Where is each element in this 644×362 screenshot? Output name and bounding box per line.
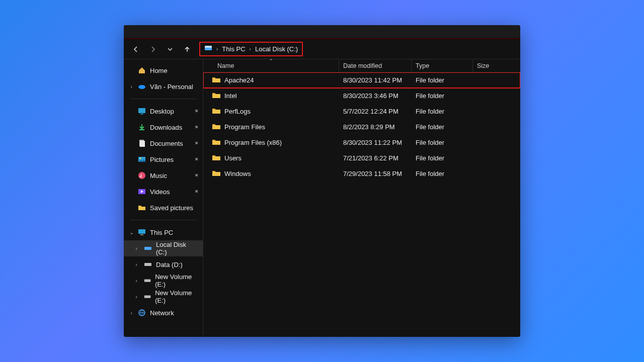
sidebar-item-new-volume-e-1[interactable]: › New Volume (E:) [124,273,203,289]
table-row[interactable]: Windows7/29/2023 11:58 PMFile folder [203,166,520,182]
file-name: Users [224,154,242,162]
svg-point-8 [140,158,141,159]
file-name: Intel [224,92,237,100]
file-name: Windows [224,170,251,177]
table-row[interactable]: Program Files8/2/2023 8:29 PMFile folder [203,119,520,135]
table-row[interactable]: Program Files (x86)8/30/2023 11:22 PMFil… [203,135,520,150]
sidebar-item-label: Data (D:) [156,261,183,268]
table-row[interactable]: PerfLogs5/7/2022 12:24 PMFile folder [203,104,520,119]
breadcrumb[interactable]: › This PC › Local Disk (C:) [199,42,303,56]
svg-rect-11 [138,229,145,234]
chevron-right-icon[interactable]: › [133,245,140,251]
file-date: 8/2/2023 8:29 PM [339,123,412,131]
sidebar-item-label: This PC [150,229,173,236]
drive-icon [144,244,152,252]
desktop-icon [138,107,146,115]
chevron-right-icon[interactable]: › [133,294,140,300]
chevron-right-icon[interactable]: › [133,261,140,267]
svg-rect-3 [138,108,145,113]
chevron-right-icon: › [249,46,252,52]
svg-point-9 [138,172,145,179]
svg-rect-1 [205,46,212,48]
file-type: File folder [412,154,473,162]
pictures-icon [138,155,146,163]
sidebar-item-pictures[interactable]: Pictures ✦ [124,151,203,167]
file-date: 7/29/2023 11:58 PM [339,170,412,177]
folder-icon [212,76,220,84]
svg-rect-15 [144,279,150,282]
folder-icon [212,169,220,178]
titlebar[interactable] [124,25,520,39]
folder-icon [212,123,220,131]
sidebar-item-this-pc[interactable]: ⌄ This PC [124,224,203,240]
sort-ascending-icon: ⌃ [269,58,273,63]
sidebar-item-label: Desktop [150,108,174,115]
file-name: Program Files [224,123,265,131]
pin-icon: ✦ [192,123,201,132]
recent-dropdown[interactable] [163,42,177,56]
file-name: PerfLogs [224,108,251,115]
sidebar-item-desktop[interactable]: Desktop ✦ [124,103,203,119]
file-name: Apache24 [224,76,254,84]
file-date: 8/30/2023 3:46 PM [339,92,412,100]
documents-icon [138,139,146,147]
chevron-right-icon[interactable]: › [128,83,135,89]
svg-point-2 [138,85,145,89]
chevron-right-icon[interactable]: › [128,310,135,316]
column-header-name[interactable]: ⌃ Name [203,59,339,72]
sidebar-item-documents[interactable]: Documents ✦ [124,135,203,151]
sidebar-item-videos[interactable]: Videos ✦ [124,184,203,200]
music-icon [138,171,146,179]
pin-icon: ✦ [192,155,201,164]
file-type: File folder [412,76,473,84]
sidebar-item-label: Saved pictures [150,204,193,212]
drive-icon [204,44,212,54]
table-row[interactable]: Users7/21/2023 6:22 PMFile folder [203,150,520,166]
file-date: 5/7/2022 12:24 PM [339,108,412,115]
sidebar-item-personal[interactable]: › Văn - Personal [124,78,203,95]
column-header-date[interactable]: Date modified [339,59,412,72]
up-button[interactable] [180,42,194,56]
sidebar-item-home[interactable]: Home [124,62,203,78]
sidebar-item-label: Music [150,172,167,179]
sidebar-item-data-d[interactable]: › Data (D:) [124,256,203,273]
file-type: File folder [412,108,473,115]
file-type: File folder [412,139,473,146]
breadcrumb-this-pc[interactable]: This PC [222,45,245,53]
sidebar-item-network[interactable]: › Network [124,305,203,321]
onedrive-icon [138,82,146,90]
file-date: 8/30/2023 11:42 PM [339,76,412,84]
folder-icon [212,154,220,162]
sidebar-item-local-disk-c[interactable]: › Local Disk (C:) [124,240,203,256]
breadcrumb-local-disk-c[interactable]: Local Disk (C:) [255,45,298,53]
back-button[interactable] [129,42,143,56]
table-row[interactable]: Apache248/30/2023 11:42 PMFile folder [203,72,520,88]
chevron-right-icon[interactable]: › [133,278,140,284]
column-header-size[interactable]: Size [473,59,520,72]
sidebar-item-label: Documents [150,140,183,147]
videos-icon [138,188,146,196]
sidebar: Home › Văn - Personal Desktop ✦ Download… [124,59,203,337]
downloads-icon [138,123,146,131]
column-headers: ⌃ Name Date modified Type Size [203,59,520,72]
folder-icon [212,138,220,147]
pin-icon: ✦ [192,188,201,196]
sidebar-item-music[interactable]: Music ✦ [124,167,203,184]
sidebar-item-label: Home [150,67,168,74]
chevron-down-icon[interactable]: ⌄ [128,229,135,236]
content-pane: ⌃ Name Date modified Type Size Apache248… [203,59,520,337]
file-type: File folder [412,92,473,100]
sidebar-item-downloads[interactable]: Downloads ✦ [124,119,203,135]
network-icon [138,309,146,317]
file-date: 7/21/2023 6:22 PM [339,154,412,162]
sidebar-item-new-volume-e-2[interactable]: › New Volume (E:) [124,289,203,305]
sidebar-item-label: New Volume (E:) [155,273,199,288]
sidebar-item-label: New Volume (E:) [155,289,199,304]
home-icon [138,66,146,74]
table-row[interactable]: Intel8/30/2023 3:46 PMFile folder [203,88,520,104]
forward-button[interactable] [146,42,160,56]
sidebar-item-saved-pictures[interactable]: Saved pictures [124,200,203,216]
file-type: File folder [412,170,473,177]
column-header-type[interactable]: Type [412,59,473,72]
file-type: File folder [412,123,473,131]
